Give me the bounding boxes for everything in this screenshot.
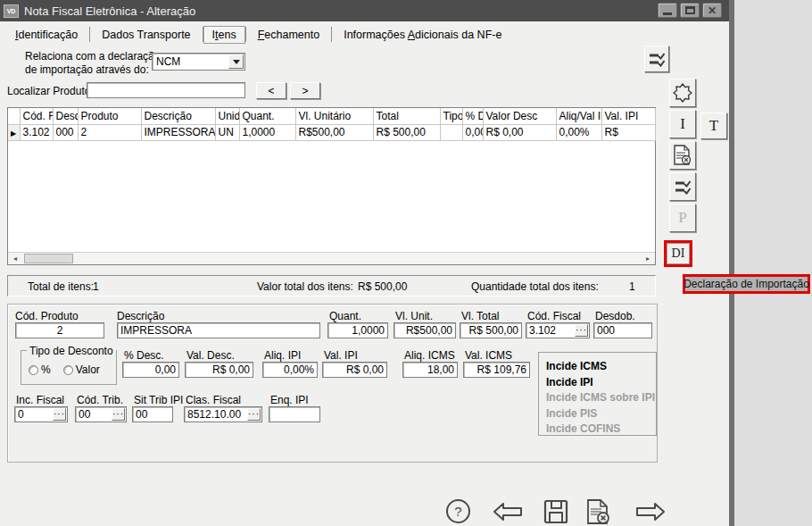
import-relation-value: NCM (156, 55, 180, 68)
declaracao-importacao-button[interactable]: DI (667, 243, 690, 264)
close-button[interactable]: ✕ (702, 3, 722, 18)
minimize-button[interactable] (658, 3, 677, 18)
aliq-icms-field[interactable]: 18,00 (402, 362, 458, 378)
tab-fechamento[interactable]: Fechamento (246, 27, 332, 43)
cell-vl-unitario[interactable]: R$500,00 (295, 124, 373, 140)
cell-cod-fiscal[interactable]: 3.102 (20, 124, 53, 140)
cell-quantidade[interactable]: 1,0000 (239, 124, 295, 140)
p-button: P (669, 204, 696, 232)
scrollbar-thumb[interactable] (24, 254, 73, 263)
col-vl-unitario[interactable]: Vl. Unitário (295, 108, 373, 124)
previous-button[interactable] (492, 501, 524, 522)
cell-descricao[interactable]: IMPRESSORA (141, 124, 215, 140)
enq-ipi-field[interactable] (269, 406, 320, 422)
window-title: Nota Fiscal Eletrônica - Alteração (24, 4, 195, 18)
total-items-label: Total de itens: (28, 280, 94, 293)
val-desc-field[interactable]: R$ 0,00 (185, 362, 253, 378)
cell-unidade[interactable]: UN (215, 124, 239, 140)
val-icms-field[interactable]: R$ 109,76 (463, 362, 530, 378)
di-button-highlight: DI (664, 240, 692, 267)
cell-total[interactable]: R$ 500,00 (373, 124, 440, 140)
inc-fiscal-lookup-button[interactable]: ··· (53, 408, 66, 421)
col-descricao[interactable]: Descrição (141, 108, 215, 124)
col-aliq-val-ipi[interactable]: Aliq/Val IP (556, 108, 601, 124)
cod-trib-label: Cód. Trib. (77, 394, 123, 406)
desconto-pct-radio[interactable]: % (29, 363, 51, 376)
seal-button[interactable] (669, 79, 696, 107)
maximize-icon (685, 6, 695, 14)
previous-product-button[interactable]: < (256, 82, 286, 99)
col-desdobramento[interactable]: Desd (53, 108, 78, 124)
starburst-icon (673, 83, 692, 103)
text-button[interactable]: T (700, 113, 727, 139)
cell-pct-desc[interactable]: 0,00 (462, 124, 483, 140)
maximize-button[interactable] (680, 3, 700, 18)
sit-trib-ipi-field[interactable]: 00 (132, 406, 173, 422)
cod-trib-lookup-button[interactable]: ··· (112, 408, 125, 421)
desconto-valor-radio[interactable]: Valor (63, 363, 100, 376)
cell-val-ipi[interactable]: R$ (601, 124, 655, 140)
save-button[interactable] (543, 499, 568, 524)
incide-cofins: Incide COFINS (546, 422, 656, 438)
help-button[interactable]: ? (446, 499, 470, 523)
descricao-field[interactable]: IMPRESSORA (117, 322, 320, 338)
tab-identificacao[interactable]: Identificação (4, 27, 89, 43)
items-grid[interactable]: Cód. F Desd Produto Descrição Unid Quant… (7, 107, 656, 265)
clas-fiscal-field[interactable]: 8512.10.00 ··· (184, 406, 262, 422)
localizar-produto-input[interactable] (87, 82, 245, 98)
import-relation-select[interactable]: NCM (152, 53, 245, 71)
col-unidade[interactable]: Unid (215, 108, 239, 124)
italic-button[interactable]: I (669, 110, 696, 138)
col-produto[interactable]: Produto (78, 108, 141, 124)
val-desc-label: Val. Desc. (186, 349, 235, 362)
cell-aliq-val-ipi[interactable]: 0,00% (556, 124, 601, 140)
pct-desc-field[interactable]: 0,00 (122, 362, 179, 378)
col-val-ipi[interactable]: Val. IPI (601, 108, 655, 124)
desdob-field[interactable]: 000 (593, 322, 652, 338)
quant-field[interactable]: 1,0000 (327, 322, 388, 338)
document-cancel-icon (673, 145, 692, 166)
col-cod-fiscal[interactable]: Cód. F (20, 108, 53, 124)
cell-valor-desc[interactable]: R$ 0,00 (483, 124, 556, 140)
aliq-ipi-field[interactable]: 0,00% (262, 362, 318, 378)
scroll-left-icon[interactable]: ◂ (8, 253, 22, 264)
grid-data-row[interactable]: ▶ 3.102 000 2 IMPRESSORA UN 1,0000 R$500… (8, 124, 655, 140)
cod-fiscal-lookup-button[interactable]: ··· (575, 324, 588, 337)
tab-informacoes-adicionais[interactable]: Informações Adicionais da NF-e (332, 27, 513, 43)
cell-produto[interactable]: 2 (78, 124, 141, 140)
grid-horizontal-scrollbar[interactable]: ◂ ▸ (8, 252, 655, 264)
val-ipi-field[interactable]: R$ 0,00 (322, 362, 387, 378)
scroll-right-icon[interactable]: ▸ (641, 253, 655, 264)
item-options-button[interactable] (644, 46, 669, 72)
grid-header-row: Cód. F Desd Produto Descrição Unid Quant… (8, 108, 655, 124)
next-button[interactable] (634, 501, 667, 522)
cod-trib-field[interactable]: 00 ··· (75, 406, 127, 422)
enq-ipi-label: Enq. IPI (270, 394, 309, 406)
col-valor-desc[interactable]: Valor Desc (483, 108, 556, 124)
clas-fiscal-lookup-button[interactable]: ··· (247, 408, 261, 421)
col-total[interactable]: Total (373, 108, 440, 124)
vl-unit-field[interactable]: R$500,00 (394, 322, 456, 338)
title-bar[interactable]: VD Nota Fiscal Eletrônica - Alteração ✕ (0, 0, 729, 21)
import-relation-label-line2: de importação através do: (25, 63, 149, 76)
tab-itens[interactable]: Itens (203, 26, 245, 44)
next-product-button[interactable]: > (290, 82, 320, 99)
cancel-button[interactable] (584, 498, 611, 525)
col-quantidade[interactable]: Quant. (239, 108, 295, 124)
inc-fiscal-label: Inc. Fiscal (16, 394, 64, 406)
nfe-window: VD Nota Fiscal Eletrônica - Alteração ✕ … (0, 0, 734, 526)
cancel-item-button[interactable] (669, 141, 696, 170)
inc-fiscal-field[interactable]: 0 ··· (14, 406, 68, 422)
combo-dropdown-button[interactable] (228, 54, 244, 69)
col-tipo[interactable]: Tipo (440, 108, 462, 124)
tab-dados-transporte[interactable]: Dados Transporte (90, 27, 202, 43)
vl-total-field[interactable]: R$ 500,00 (460, 322, 522, 338)
cell-desdobramento[interactable]: 000 (53, 124, 78, 140)
total-value-label: Valor total dos itens: (257, 280, 353, 293)
confirm-list-button[interactable] (669, 172, 696, 201)
col-pct-desc[interactable]: % De (462, 108, 483, 124)
radio-icon (29, 365, 38, 375)
cod-produto-field[interactable]: 2 (15, 322, 104, 338)
cell-tipo[interactable] (440, 124, 462, 140)
cod-fiscal-field[interactable]: 3.102 ··· (526, 322, 590, 338)
